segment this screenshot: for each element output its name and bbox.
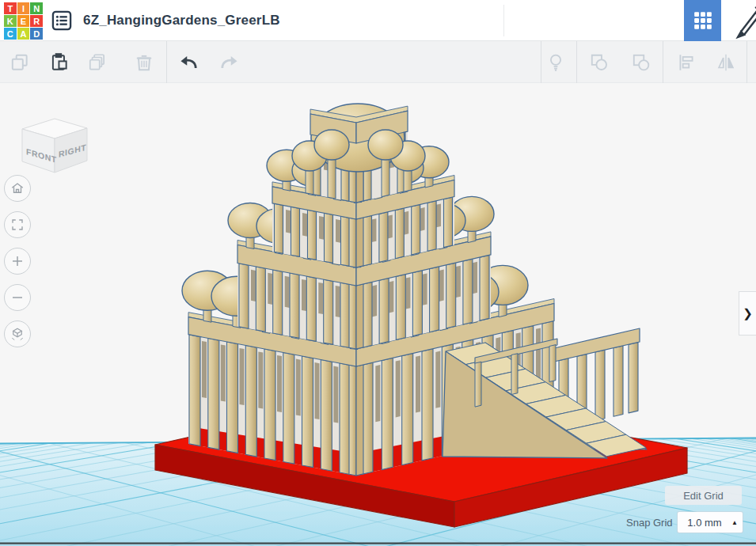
group-button[interactable]: [583, 47, 615, 78]
logo-cell: C: [4, 28, 17, 40]
panel-expand-tab[interactable]: ❯: [739, 291, 756, 336]
edit-toolbar: [0, 41, 756, 83]
snap-grid-dropdown[interactable]: 1.0 mm ▲: [678, 512, 743, 533]
window-edge-line: [0, 543, 756, 544]
tinker-pen-icon[interactable]: [730, 0, 756, 41]
redo-icon: [218, 52, 241, 73]
duplicate-icon: [87, 52, 108, 73]
ungroup-button[interactable]: [625, 47, 657, 78]
logo-cell: N: [30, 2, 43, 14]
perspective-cube-icon: [10, 327, 25, 341]
mirror-icon: [716, 52, 736, 73]
fit-view-icon: [10, 218, 25, 232]
toolbar-divider: [166, 41, 167, 83]
edit-grid-button[interactable]: Edit Grid: [665, 486, 742, 505]
home-view-button[interactable]: [4, 175, 31, 202]
zoom-out-button[interactable]: [4, 284, 31, 311]
paste-icon: [49, 52, 70, 73]
perspective-toggle-button[interactable]: [4, 320, 31, 347]
minus-icon: [10, 290, 25, 305]
caret-up-icon: ▲: [731, 519, 738, 526]
topbar-divider: [503, 5, 504, 36]
logo-cell: R: [30, 15, 43, 27]
toolbar-divider: [576, 41, 577, 83]
view-cube[interactable]: FRONT RIGHT: [14, 99, 97, 178]
zoom-in-button[interactable]: [4, 248, 31, 275]
snap-grid-label: Snap Grid: [626, 517, 673, 529]
tinkercad-window: T I N K E R C A D 6Z_HangingGardens_Gree…: [0, 0, 756, 546]
logo-cell: I: [17, 2, 30, 14]
view-nav-column: [4, 175, 32, 357]
plus-icon: [10, 254, 25, 268]
viewport[interactable]: FRONT RIGHT ❯ Edit Grid: [0, 83, 756, 546]
delete-button[interactable]: [128, 47, 160, 78]
copy-button[interactable]: [4, 47, 36, 78]
mirror-button[interactable]: [710, 47, 742, 78]
logo-cell: A: [17, 28, 30, 40]
model-hanging-gardens[interactable]: [155, 104, 687, 527]
align-icon: [676, 52, 697, 73]
lightbulb-icon: [545, 52, 566, 73]
toolbar-divider: [747, 41, 747, 83]
logo-cell: T: [4, 2, 17, 14]
3d-scene[interactable]: [0, 83, 756, 546]
top-bar: T I N K E R C A D 6Z_HangingGardens_Gree…: [0, 0, 756, 41]
logo-cell: E: [17, 15, 30, 27]
group-icon: [589, 52, 610, 73]
design-title[interactable]: 6Z_HangingGardens_GreerLB: [83, 0, 280, 41]
copy-icon: [9, 52, 30, 73]
undo-icon: [177, 52, 200, 73]
design-properties-icon[interactable]: [50, 9, 74, 32]
home-icon: [10, 181, 25, 195]
paste-button[interactable]: [44, 47, 75, 78]
chevron-right-icon: ❯: [743, 306, 753, 320]
trash-icon: [134, 52, 154, 73]
undo-button[interactable]: [173, 47, 204, 78]
redo-button[interactable]: [214, 47, 245, 78]
fit-view-button[interactable]: [4, 211, 31, 238]
align-button[interactable]: [671, 47, 702, 78]
snap-grid-value: 1.0 mm: [678, 517, 731, 529]
tinkercad-logo[interactable]: T I N K E R C A D: [4, 2, 43, 40]
logo-cell: D: [30, 28, 43, 40]
ungroup-icon: [631, 52, 652, 73]
logo-cell: K: [4, 15, 17, 27]
show-hide-button[interactable]: [540, 47, 572, 78]
dashboard-grid-button[interactable]: [684, 0, 721, 41]
toolbar-divider: [663, 41, 663, 83]
duplicate-button[interactable]: [82, 47, 113, 78]
grid-icon: [693, 10, 713, 31]
